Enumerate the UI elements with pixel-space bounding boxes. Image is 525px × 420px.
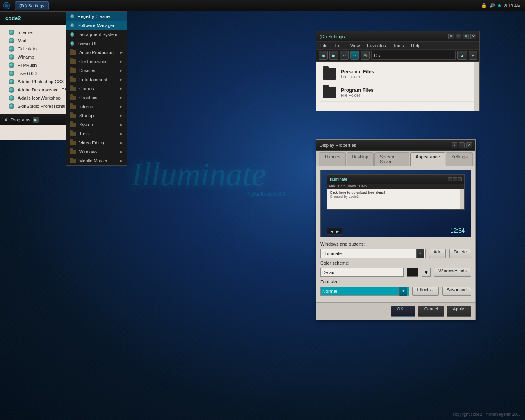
- window-close-button[interactable]: ✕: [466, 142, 472, 148]
- prog-folder-icon: [70, 132, 76, 136]
- skin-sub-text: Created by code2: [330, 194, 462, 199]
- app-bullet-icon: [9, 46, 14, 52]
- file-manager-window: (D:) Settings ≡ □ ⊟ ✕ File Edit View Fav…: [316, 31, 480, 111]
- prog-tools[interactable]: Tools ▶: [66, 129, 127, 138]
- prog-folder-icon: [70, 159, 76, 163]
- display-properties-window: Display Properties ≡ □ ✕ Themes Desktop …: [316, 139, 476, 320]
- prog-video-editing[interactable]: Video Editing ▶: [66, 138, 127, 147]
- window-minimize-button[interactable]: ≡: [448, 34, 454, 39]
- prog-folder-icon: [70, 87, 76, 91]
- prog-customization[interactable]: Customization ▶: [66, 57, 127, 66]
- toolbar-btn-1[interactable]: ▪▪: [340, 51, 349, 60]
- back-button[interactable]: ◀: [319, 51, 328, 60]
- menu-view[interactable]: View: [349, 43, 362, 48]
- app-bullet-icon: [9, 71, 14, 76]
- prog-graphics[interactable]: Graphics ▶: [66, 93, 127, 102]
- file-name: Personal Files: [341, 69, 473, 75]
- network-icon[interactable]: 🔒: [481, 3, 487, 8]
- prog-software-manager[interactable]: Software Manager: [66, 21, 127, 30]
- color-scheme-controls: Default ▼ WindowBlinds: [320, 268, 471, 277]
- window-maximize-button[interactable]: □: [459, 142, 465, 148]
- menu-edit[interactable]: Edit: [333, 43, 345, 48]
- submenu-arrow-icon: ▶: [120, 150, 123, 154]
- toolbar-btn-3[interactable]: ⊞: [361, 51, 370, 60]
- taskbar-active-app[interactable]: (D:) Settings: [15, 1, 49, 10]
- file-item-program[interactable]: Program Files File Folder: [320, 83, 476, 102]
- prog-devices[interactable]: Devices ▶: [66, 66, 127, 75]
- delete-button[interactable]: Delete: [449, 249, 471, 258]
- display-properties-titlebar: Display Properties ≡ □ ✕: [316, 140, 475, 151]
- add-button[interactable]: Add: [429, 249, 446, 258]
- cancel-button[interactable]: Cancel: [418, 306, 444, 317]
- tab-settings[interactable]: Settings: [446, 152, 473, 166]
- toolbar-btn-2[interactable]: ▪▪: [350, 51, 359, 60]
- illuminate-watermark: Illuminate: [131, 156, 266, 193]
- prog-startup[interactable]: Startup ▶: [66, 111, 127, 120]
- submenu-arrow-icon: ▶: [120, 68, 123, 73]
- prog-folder-icon: [70, 96, 76, 100]
- color-dropdown-button[interactable]: ▼: [422, 268, 431, 277]
- menu-help[interactable]: Help: [409, 43, 422, 48]
- tab-screen-saver[interactable]: Screen Saver: [374, 152, 409, 166]
- all-programs-button[interactable]: All Programs ▶: [5, 117, 39, 123]
- skin-content-text: Click here to download free skins!: [330, 190, 462, 194]
- file-item-personal[interactable]: Personal Files File Folder: [320, 65, 476, 83]
- address-go-up[interactable]: ▲: [457, 51, 467, 60]
- prog-audio-production[interactable]: Audio Production ▶: [66, 48, 127, 57]
- taskbar-logo[interactable]: [2, 1, 11, 11]
- tab-appearance[interactable]: Appearance: [410, 152, 445, 166]
- skin-player: ◀ ▶: [327, 228, 342, 235]
- window-restore-button[interactable]: ⊟: [463, 34, 469, 39]
- taskbar: (D:) Settings 🔒 🔊 ⊕ 8:19 AM: [0, 0, 525, 11]
- color-scheme-row: Color scheme:: [320, 260, 471, 265]
- window-minimize-button[interactable]: ≡: [452, 142, 457, 148]
- prog-system[interactable]: System ▶: [66, 120, 127, 129]
- submenu-arrow-icon: ▶: [120, 159, 123, 163]
- prog-games[interactable]: Games ▶: [66, 84, 127, 93]
- prog-mobile-master[interactable]: Mobile Master ▶: [66, 156, 127, 165]
- prog-internet[interactable]: Internet ▶: [66, 102, 127, 111]
- file-manager-controls: ≡ □ ⊟ ✕: [448, 34, 476, 39]
- font-size-select[interactable]: Normal ▼: [320, 287, 409, 296]
- color-scheme-select[interactable]: Default: [320, 268, 404, 277]
- vertical-scrollbar[interactable]: [474, 62, 479, 111]
- file-info: Program Files File Folder: [341, 87, 473, 98]
- prog-registry-cleaner[interactable]: Registry Cleaner: [66, 12, 127, 21]
- effects-button[interactable]: Effects...: [412, 287, 439, 296]
- prog-defragment[interactable]: Defragment System: [66, 30, 127, 39]
- update-icon[interactable]: ⊕: [498, 3, 501, 8]
- windowblinds-button[interactable]: WindowBlinds: [434, 268, 471, 277]
- app-bullet-icon: [9, 103, 14, 109]
- file-manager-menubar: File Edit View Favorites Tools Help: [316, 42, 479, 50]
- prog-windows[interactable]: Windows ▶: [66, 147, 127, 156]
- forward-button[interactable]: ▶: [329, 51, 338, 60]
- display-window-controls: ≡ □ ✕: [452, 142, 472, 148]
- prog-tweak-ui[interactable]: Tweak UI: [66, 39, 127, 48]
- menu-tools[interactable]: Tools: [392, 43, 406, 48]
- submenu-arrow-icon: ▶: [120, 78, 123, 82]
- apply-button[interactable]: Apply: [447, 306, 471, 317]
- app-bullet-icon: [9, 95, 14, 101]
- windows-style-select[interactable]: Illuminate ▼: [320, 249, 426, 258]
- menu-favorites[interactable]: Favorites: [365, 43, 387, 48]
- app-bullet-icon: [9, 30, 14, 35]
- submenu-arrow-icon: ▶: [120, 59, 123, 64]
- tab-themes[interactable]: Themes: [319, 152, 346, 166]
- advanced-button[interactable]: Advanced: [442, 287, 471, 296]
- address-refresh[interactable]: +: [469, 51, 477, 60]
- file-manager-content: Personal Files File Folder Program Files…: [316, 62, 479, 111]
- tab-desktop[interactable]: Desktop: [347, 152, 374, 166]
- volume-icon[interactable]: 🔊: [489, 3, 495, 8]
- address-bar[interactable]: D:\: [371, 51, 456, 60]
- skin-preview-area: Illuminate File Edit View Help Cl: [320, 170, 471, 237]
- skin-ctrl-1: [448, 177, 452, 181]
- menu-file[interactable]: File: [319, 43, 329, 48]
- prog-entertainment[interactable]: Entertainment ▶: [66, 75, 127, 84]
- folder-icon: [323, 68, 336, 80]
- window-maximize-button[interactable]: □: [456, 34, 461, 39]
- file-type: File Folder: [341, 75, 473, 79]
- window-close-button[interactable]: ✕: [470, 34, 476, 39]
- all-programs-arrow-icon: ▶: [33, 117, 39, 123]
- ok-button[interactable]: OK: [391, 306, 415, 317]
- app-bullet-icon: [9, 54, 14, 60]
